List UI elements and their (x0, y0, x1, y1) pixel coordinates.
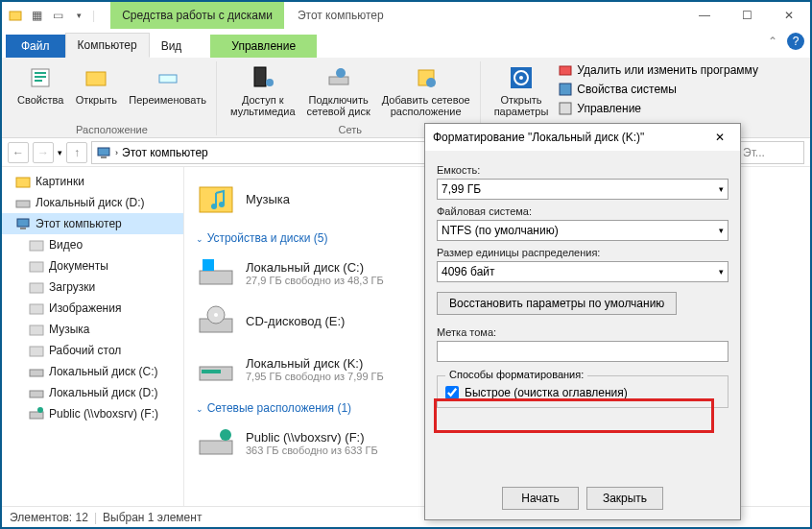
svg-rect-15 (560, 103, 571, 114)
explorer-icon[interactable] (8, 8, 23, 23)
close-button[interactable]: ✕ (768, 2, 810, 29)
dialog-close-button[interactable]: ✕ (707, 127, 732, 148)
maximize-button[interactable]: ☐ (726, 2, 768, 29)
manage-tab[interactable]: Управление (210, 35, 317, 58)
svg-rect-17 (101, 156, 107, 158)
back-button[interactable]: ← (8, 142, 29, 163)
dialog-title: Форматирование "Локальный диск (K:)" (433, 131, 707, 144)
svg-point-33 (211, 204, 217, 209)
folder-grey-icon (29, 301, 44, 316)
sidebar-item[interactable]: Public (\\vboxsrv) (F:) (2, 403, 183, 424)
sidebar-item[interactable]: Документы (2, 255, 183, 277)
path-segment[interactable]: Этот компьютер (122, 146, 208, 159)
search-placeholder: Эт... (743, 146, 765, 159)
filesystem-select[interactable]: NTFS (по умолчанию)▾ (437, 220, 728, 241)
sidebar-item-label: Музыка (49, 323, 89, 336)
rename-icon (154, 63, 182, 92)
rename-button[interactable]: Переименовать (125, 61, 210, 108)
sidebar-item[interactable]: Локальный диск (D:) (2, 382, 183, 403)
open-settings-button[interactable]: Открыть параметры (490, 61, 553, 119)
file-tab[interactable]: Файл (6, 35, 65, 58)
manage-icon (558, 101, 573, 116)
help-button[interactable]: ? (787, 33, 804, 50)
add-network-label: Добавить сетевое расположение (382, 94, 470, 117)
drive-freespace: 7,95 ГБ свободно из 7,99 ГБ (246, 371, 384, 382)
manage-button[interactable]: Управление (556, 100, 760, 117)
quick-format-checkbox[interactable]: Быстрое (очистка оглавления) (445, 386, 720, 399)
open-button[interactable]: Открыть (71, 61, 121, 108)
open-label: Открыть (76, 94, 117, 106)
netdrive-icon (29, 406, 44, 421)
contextual-tab-header: Средства работы с дисками (110, 2, 284, 29)
filesystem-label: Файловая система: (437, 205, 728, 217)
svg-rect-13 (560, 66, 571, 75)
properties-icon (26, 63, 55, 92)
start-button[interactable]: Начать (502, 487, 579, 510)
manage-label: Управление (577, 102, 641, 115)
quick-format-input[interactable] (445, 386, 459, 399)
sidebar-item[interactable]: Локальный диск (D:) (2, 192, 183, 213)
sidebar-item[interactable]: Изображения (2, 298, 183, 319)
map-drive-button[interactable]: Подключить сетевой диск (303, 61, 374, 119)
sidebar-item[interactable]: Музыка (2, 319, 183, 340)
svg-rect-35 (200, 271, 232, 284)
options-legend: Способы форматирования: (445, 369, 587, 380)
sidebar-item-label: Документы (49, 259, 108, 273)
drive-icon (29, 385, 44, 400)
svg-rect-4 (254, 67, 266, 86)
svg-rect-0 (10, 12, 21, 20)
svg-rect-14 (560, 84, 571, 95)
volume-input[interactable] (437, 341, 728, 362)
sidebar-item-label: Public (\\vboxsrv) (F:) (49, 407, 158, 421)
close-dialog-button[interactable]: Закрыть (586, 487, 663, 510)
sidebar-item[interactable]: Рабочий стол (2, 340, 183, 361)
history-dropdown-icon[interactable]: ▾ (58, 148, 62, 157)
dialog-footer: Начать Закрыть (425, 487, 740, 510)
svg-rect-3 (159, 75, 177, 83)
up-button[interactable]: ↑ (66, 142, 87, 163)
window-title: Этот компьютер (298, 9, 384, 22)
svg-rect-26 (30, 325, 43, 335)
qat-properties-icon[interactable]: ▦ (29, 8, 44, 23)
uninstall-program-button[interactable]: Удалить или изменить программу (556, 61, 760, 79)
folder-grey-icon (29, 237, 44, 252)
sidebar-item-label: Локальный диск (C:) (49, 365, 158, 378)
forward-button[interactable]: → (33, 142, 54, 163)
ribbon-tabs: Файл Компьютер Вид Управление ⌃ ? (2, 29, 810, 58)
svg-point-43 (220, 429, 231, 441)
qat-new-folder-icon[interactable]: ▭ (50, 8, 65, 23)
minimize-button[interactable]: — (683, 2, 726, 29)
collapse-ribbon-icon[interactable]: ⌃ (768, 35, 777, 48)
svg-rect-28 (30, 370, 43, 376)
view-tab[interactable]: Вид (150, 35, 194, 58)
capacity-select[interactable]: 7,99 ГБ▾ (437, 179, 728, 200)
add-network-location-button[interactable]: Добавить сетевое расположение (378, 61, 474, 119)
svg-rect-36 (203, 259, 214, 271)
qat-dropdown-icon[interactable]: ▾ (71, 8, 86, 23)
drive-name: CD-дисковод (E:) (246, 314, 345, 328)
capacity-label: Емкость: (437, 164, 728, 176)
drive-win-icon (196, 252, 236, 293)
folder-grey-icon (29, 343, 44, 358)
sidebar-item[interactable]: Видео (2, 234, 183, 255)
group-location-label: Расположение (76, 124, 148, 135)
drive-name: Public (\\vboxsrv) (F:) (246, 430, 378, 445)
sidebar-item[interactable]: Картинки (2, 171, 183, 192)
system-properties-button[interactable]: Свойства системы (556, 81, 760, 98)
svg-rect-24 (30, 283, 43, 293)
folder-grey-icon (29, 322, 44, 337)
allocation-select[interactable]: 4096 байт▾ (437, 261, 728, 282)
sidebar-item[interactable]: Этот компьютер (2, 213, 183, 234)
pc-icon (15, 216, 31, 231)
add-network-icon (412, 63, 441, 92)
quick-format-label: Быстрое (очистка оглавления) (465, 386, 628, 399)
volume-label: Метка тома: (437, 326, 728, 338)
sidebar-item[interactable]: Локальный диск (C:) (2, 361, 183, 382)
properties-button[interactable]: Свойства (13, 61, 67, 108)
computer-tab[interactable]: Компьютер (65, 33, 150, 58)
multimedia-icon (249, 63, 277, 92)
restore-defaults-button[interactable]: Восстановить параметры по умолчанию (437, 292, 677, 315)
sidebar-item[interactable]: Загрузки (2, 277, 183, 298)
map-drive-icon (324, 63, 353, 92)
multimedia-access-button[interactable]: Доступ к мультимедиа (227, 61, 299, 119)
